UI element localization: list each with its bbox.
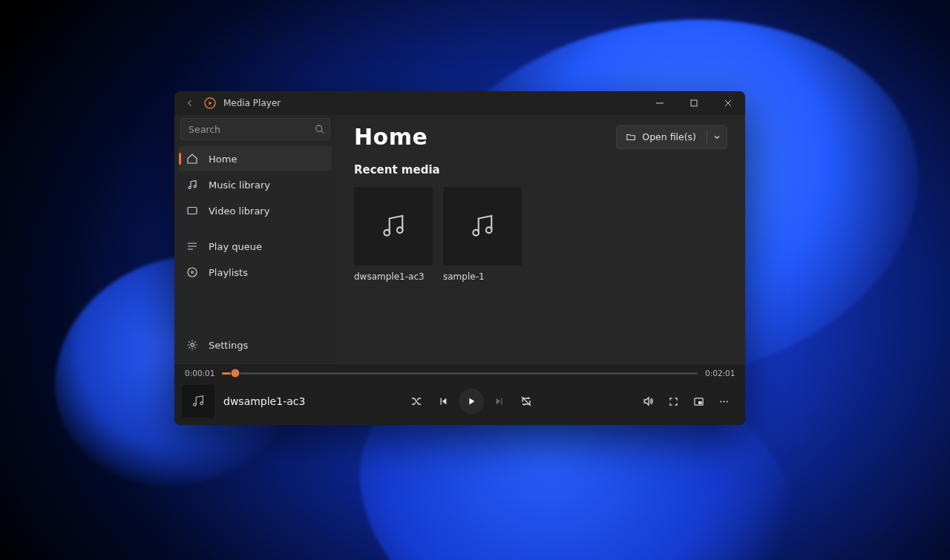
elapsed-time: 0:00:01 bbox=[185, 369, 214, 378]
seek-slider[interactable] bbox=[222, 372, 698, 375]
duration-time: 0:02:01 bbox=[705, 369, 735, 378]
sidebar-item-label: Play queue bbox=[209, 241, 262, 252]
svg-point-2 bbox=[316, 125, 322, 131]
app-title: Media Player bbox=[223, 98, 281, 108]
sidebar: Home Music library Video library bbox=[174, 115, 336, 363]
more-options-button[interactable] bbox=[712, 390, 735, 412]
sidebar-item-label: Settings bbox=[209, 340, 248, 351]
sidebar-item-label: Music library bbox=[209, 179, 270, 191]
music-note-icon bbox=[186, 179, 198, 191]
folder-open-icon bbox=[626, 132, 636, 142]
recent-media-heading: Recent media bbox=[354, 163, 727, 177]
main-content: Home Open file(s) Recent media bbox=[336, 115, 745, 363]
next-button[interactable] bbox=[488, 390, 511, 412]
playlist-icon bbox=[186, 266, 198, 278]
maximize-button[interactable] bbox=[677, 91, 711, 115]
svg-point-17 bbox=[720, 401, 721, 402]
svg-point-18 bbox=[723, 401, 724, 402]
sidebar-item-home[interactable]: Home bbox=[179, 146, 332, 171]
gear-icon bbox=[186, 339, 198, 351]
sidebar-item-video-library[interactable]: Video library bbox=[179, 198, 332, 223]
recent-media-item[interactable]: dwsample1-ac3 bbox=[354, 187, 433, 282]
volume-button[interactable] bbox=[637, 390, 659, 412]
sidebar-item-label: Playlists bbox=[209, 267, 248, 278]
search-box bbox=[180, 118, 330, 140]
sidebar-item-label: Home bbox=[209, 154, 237, 165]
sidebar-item-music-library[interactable]: Music library bbox=[179, 172, 332, 197]
svg-point-3 bbox=[189, 187, 191, 189]
shuffle-button[interactable] bbox=[405, 390, 428, 412]
svg-rect-5 bbox=[188, 208, 197, 214]
open-file-label: Open file(s) bbox=[642, 131, 696, 142]
video-icon bbox=[186, 205, 198, 217]
play-button[interactable] bbox=[459, 389, 484, 414]
svg-point-4 bbox=[194, 185, 196, 188]
media-item-label: dwsample1-ac3 bbox=[354, 271, 433, 282]
queue-icon bbox=[186, 240, 198, 252]
home-icon bbox=[186, 153, 198, 165]
recent-media-grid: dwsample1-ac3 sample-1 bbox=[354, 187, 727, 282]
chevron-down-icon[interactable] bbox=[707, 131, 721, 144]
fullscreen-button[interactable] bbox=[662, 390, 684, 412]
svg-rect-16 bbox=[698, 401, 702, 404]
now-playing-thumbnail[interactable] bbox=[182, 385, 214, 418]
media-player-window: Media Player bbox=[174, 91, 745, 425]
svg-point-19 bbox=[726, 401, 727, 402]
player-bar: 0:00:01 0:02:01 dwsample1-ac3 bbox=[174, 363, 745, 425]
recent-media-item[interactable]: sample-1 bbox=[443, 187, 522, 282]
svg-rect-1 bbox=[691, 100, 697, 106]
svg-point-8 bbox=[191, 343, 194, 346]
open-file-button[interactable]: Open file(s) bbox=[616, 125, 727, 149]
sidebar-item-playlists[interactable]: Playlists bbox=[179, 260, 332, 285]
sidebar-item-label: Video library bbox=[209, 205, 269, 217]
svg-point-14 bbox=[200, 402, 203, 405]
titlebar: Media Player bbox=[174, 91, 745, 115]
previous-button[interactable] bbox=[432, 390, 454, 412]
search-input[interactable] bbox=[180, 118, 330, 140]
app-icon bbox=[204, 97, 216, 109]
media-item-label: sample-1 bbox=[443, 271, 522, 282]
svg-point-13 bbox=[194, 403, 197, 406]
music-file-icon bbox=[443, 187, 522, 266]
now-playing-title: dwsample1-ac3 bbox=[223, 395, 305, 407]
sidebar-item-play-queue[interactable]: Play queue bbox=[179, 234, 332, 259]
back-button[interactable] bbox=[183, 96, 197, 110]
sidebar-item-settings[interactable]: Settings bbox=[179, 332, 332, 358]
close-button[interactable] bbox=[711, 91, 745, 115]
svg-point-7 bbox=[191, 271, 194, 274]
repeat-button[interactable] bbox=[515, 390, 537, 412]
minimize-button[interactable] bbox=[643, 91, 677, 115]
mini-player-button[interactable] bbox=[687, 390, 710, 412]
music-file-icon bbox=[354, 187, 433, 266]
page-title: Home bbox=[354, 124, 428, 150]
search-icon bbox=[315, 125, 324, 134]
svg-point-6 bbox=[188, 268, 197, 277]
